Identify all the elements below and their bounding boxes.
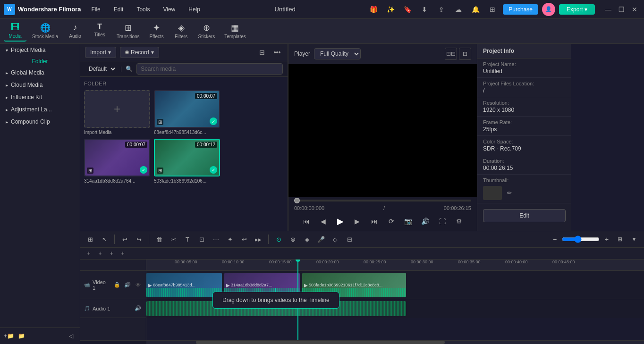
list-item[interactable]: 00:00:07 ⊞ ✓ 68eaf8d47b985413d6c... (154, 90, 220, 135)
edit-button[interactable]: Edit (483, 209, 566, 222)
maximize-button[interactable]: ❐ (616, 4, 627, 15)
toolbar-titles[interactable]: T Titles (88, 21, 111, 42)
add-audio-track-icon[interactable]: + (95, 249, 105, 258)
text-button[interactable]: T (181, 233, 194, 245)
folder-label[interactable]: Folder (32, 58, 48, 65)
toolbar-templates[interactable]: ▦ Templates (220, 21, 250, 42)
folder-icon[interactable]: 📁 (16, 331, 26, 341)
magic-icon[interactable]: ✨ (384, 3, 397, 16)
menu-view[interactable]: View (160, 4, 178, 15)
share-icon[interactable]: ⇪ (435, 3, 448, 16)
motion-button[interactable]: ⋯ (210, 233, 222, 245)
ripple-toggle[interactable]: ⊗ (287, 233, 299, 245)
add-video-track-icon[interactable]: + (84, 249, 93, 258)
undo-button[interactable]: ↩ (119, 233, 131, 245)
crop-button[interactable]: ⊡ (195, 233, 208, 245)
menu-tools[interactable]: Tools (134, 4, 153, 15)
toolbar-media[interactable]: 🎞 Media (4, 21, 26, 42)
toolbar-filters[interactable]: ◈ Filters (170, 21, 193, 42)
filter-icon[interactable]: ⊟ (256, 47, 268, 58)
settings-ctrl-icon[interactable]: ⚙ (453, 215, 466, 228)
player-panel: Player Full Quality ⊟⊟ ⊡ (288, 44, 477, 231)
delete-button[interactable]: 🗑 (153, 233, 165, 245)
bookmark-icon[interactable]: 🔖 (401, 3, 414, 16)
cut-button[interactable]: ✂ (167, 233, 179, 245)
list-item[interactable]: + Import Media (84, 90, 150, 135)
eye-track-icon[interactable]: 👁 (134, 281, 142, 289)
toolbar-audio[interactable]: ♪ Audio (64, 21, 86, 42)
menu-help[interactable]: Help (186, 4, 203, 15)
loop-button[interactable]: ⟳ (385, 215, 398, 228)
add-folder-icon[interactable]: +📁 (4, 331, 14, 341)
volume-track-icon[interactable]: 🔊 (123, 281, 132, 289)
more-options-icon[interactable]: ••• (271, 47, 283, 58)
lock-track-icon[interactable]: 🔒 (113, 281, 121, 289)
cursor-tool-icon[interactable]: ↖ (98, 233, 110, 245)
user-avatar[interactable]: 👤 (542, 3, 555, 16)
sidebar-adjustment-layer[interactable]: ▸ Adjustment La... (0, 103, 80, 116)
apps-icon[interactable]: ⊞ (486, 3, 499, 16)
toolbar-stock-media[interactable]: 🌐 Stock Media (28, 21, 62, 42)
video-clip-1[interactable]: ▶ 68eaf8d47b985413d... (146, 273, 222, 297)
sidebar-folder-active: Folder (0, 56, 80, 67)
sidebar-project-media[interactable]: ▾ Project Media (0, 44, 80, 56)
sort-dropdown[interactable]: Default (85, 64, 117, 74)
toolbar-transitions[interactable]: ⊞ Transitions (113, 21, 144, 42)
skip-back-button[interactable]: ⏮ (300, 215, 313, 228)
step-fwd-button[interactable]: ▶ (351, 215, 364, 228)
add-track-icon[interactable]: ⊞ (84, 233, 96, 245)
menu-file[interactable]: File (88, 4, 103, 15)
fullscreen-preview-icon[interactable]: ⊡ (459, 48, 471, 60)
redo-button[interactable]: ↪ (133, 233, 145, 245)
toolbar-effects[interactable]: ✦ Effects (145, 21, 168, 42)
toolbar-stickers[interactable]: ⊕ Stickers (195, 21, 219, 42)
thumbnail-edit-icon[interactable]: ✏ (505, 188, 514, 198)
zoom-slider[interactable] (562, 235, 600, 243)
subtitle-button[interactable]: ⊟ (343, 233, 356, 245)
snap-toggle[interactable]: ⊙ (272, 233, 285, 245)
sidebar-cloud-media[interactable]: ▸ Cloud Media (0, 79, 80, 91)
snapshot-button[interactable]: 📷 (402, 215, 415, 228)
zoom-out-button[interactable]: − (550, 234, 560, 244)
sidebar-influence-kit[interactable]: ▸ Influence Kit (0, 91, 80, 103)
gift-icon[interactable]: 🎁 (367, 3, 380, 16)
marker-button[interactable]: ◈ (301, 233, 313, 245)
minimize-button[interactable]: — (602, 4, 614, 15)
more-tl-button[interactable]: ▸▸ (252, 233, 264, 245)
sidebar-compound-clip[interactable]: ▸ Compound Clip (0, 116, 80, 128)
import-media-placeholder[interactable]: + (84, 90, 150, 128)
mute-track-icon[interactable]: 🔊 (134, 304, 142, 313)
collapse-sidebar-icon[interactable]: ◁ (66, 331, 76, 341)
dual-view-icon[interactable]: ⊟⊟ (445, 48, 457, 60)
fullscreen-button[interactable]: ⛶ (436, 215, 449, 228)
add-pip-icon[interactable]: + (118, 249, 127, 258)
download-icon[interactable]: ⬇ (418, 3, 431, 16)
list-item[interactable]: 00:00:12 ⊞ ✓ 503fade1b366992d106... (154, 139, 220, 184)
cloud-icon[interactable]: ☁ (452, 3, 465, 16)
audio-tl-button[interactable]: ↩ (238, 233, 250, 245)
import-button[interactable]: Import ▾ (85, 47, 116, 58)
add-effect-track-icon[interactable]: + (107, 249, 116, 258)
timeline-settings-icon[interactable]: ⊞ (614, 233, 626, 245)
record-button[interactable]: Record ▾ (120, 47, 159, 58)
volume-button[interactable]: 🔊 (419, 215, 432, 228)
step-back-button[interactable]: ◀ (317, 215, 330, 228)
effects-tl-button[interactable]: ✦ (224, 233, 236, 245)
progress-bar[interactable] (294, 200, 471, 201)
purchase-button[interactable]: Purchase (503, 4, 538, 15)
timeline-layout-icon[interactable]: ▾ (628, 233, 640, 245)
menu-edit[interactable]: Edit (111, 4, 127, 15)
mic-button[interactable]: 🎤 (315, 233, 327, 245)
project-name-label: Project Name: (483, 61, 566, 67)
zoom-in-button[interactable]: + (602, 234, 612, 244)
list-item[interactable]: 00:00:07 ⊞ ✓ 314aa1db3dd8d2a764... (84, 139, 150, 184)
close-button[interactable]: ✕ (629, 4, 640, 15)
skip-fwd-button[interactable]: ⏭ (368, 215, 381, 228)
export-button[interactable]: Export ▾ (559, 4, 595, 15)
keyframe-button[interactable]: ◇ (329, 233, 341, 245)
quality-dropdown[interactable]: Full Quality (314, 48, 361, 59)
search-input[interactable] (136, 63, 283, 75)
bell-icon[interactable]: 🔔 (469, 3, 482, 16)
sidebar-global-media[interactable]: ▸ Global Media (0, 67, 80, 79)
play-button[interactable]: ▶ (334, 215, 347, 228)
